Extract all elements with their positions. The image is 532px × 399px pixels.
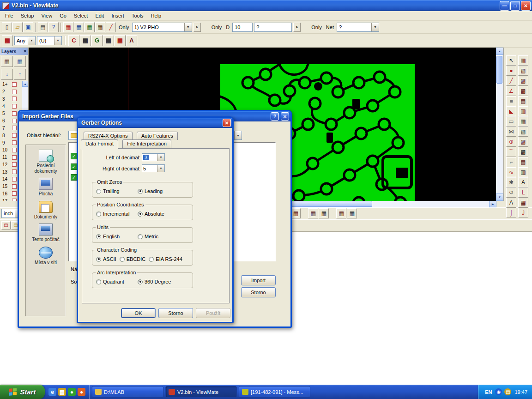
- radio-option-metric[interactable]: Metric: [138, 234, 158, 239]
- place-desktop[interactable]: Plocha: [26, 178, 66, 197]
- block-copy-button[interactable]: ▧: [518, 66, 528, 76]
- scroll-up-icon[interactable]: ▲: [496, 48, 503, 55]
- layer-color-swatch[interactable]: [12, 104, 17, 109]
- draw-line-button[interactable]: ╱: [506, 76, 516, 86]
- language-indicator[interactable]: EN: [485, 389, 492, 395]
- save-file-button[interactable]: ▣: [23, 22, 33, 32]
- align-tool-button[interactable]: ▤: [518, 157, 528, 167]
- aperture-unit-combo[interactable]: (U): [37, 36, 62, 45]
- crop-tool-button[interactable]: ▧: [518, 127, 528, 137]
- menu-item-edit[interactable]: Edit: [91, 12, 108, 20]
- draw-circle-button[interactable]: ⊕: [506, 137, 516, 147]
- draw-arc-button[interactable]: ⌒: [506, 147, 516, 157]
- scroll-thumb[interactable]: [496, 56, 502, 84]
- dcode-table-button[interactable]: ▦: [74, 22, 84, 32]
- radio-option-leading[interactable]: Leading: [138, 188, 163, 194]
- place-network-places[interactable]: Místa v síti: [26, 247, 66, 266]
- gerber-code-button[interactable]: G: [91, 35, 103, 46]
- layer-color-swatch[interactable]: [12, 97, 17, 101]
- label-a-button[interactable]: A: [518, 177, 528, 187]
- trim-tool-button[interactable]: ▨: [518, 137, 528, 147]
- radio-option-english[interactable]: English: [96, 234, 138, 239]
- dcode-query-input[interactable]: ?: [254, 23, 292, 32]
- layer-color-swatch[interactable]: [12, 148, 17, 152]
- layer-table-button[interactable]: ▦: [95, 22, 105, 32]
- burst-button[interactable]: ✱: [506, 177, 516, 187]
- ok-button[interactable]: OK: [121, 308, 156, 318]
- browser-icon[interactable]: ●: [78, 388, 85, 396]
- right-of-decimal-combo[interactable]: 5: [142, 164, 165, 172]
- layer-color-swatch[interactable]: [12, 119, 17, 123]
- layer-color-swatch[interactable]: [12, 177, 17, 181]
- messenger-icon[interactable]: ●: [68, 388, 76, 396]
- radio-option-ebcdic[interactable]: EBCDIC: [120, 256, 146, 262]
- chamfer-button[interactable]: ⌐: [506, 157, 516, 167]
- canvas-vertical-scrollbar[interactable]: ▲ ▼: [496, 48, 503, 201]
- tab-auto-features[interactable]: Auto Features: [137, 132, 178, 140]
- previous-layer-button[interactable]: <: [193, 23, 201, 32]
- scroll-down-icon[interactable]: ▼: [496, 193, 503, 201]
- rotate-button[interactable]: ↺: [506, 187, 516, 198]
- layer-color-swatch[interactable]: [12, 90, 17, 94]
- title-bar[interactable]: V2.bin - ViewMate — □ ✕: [0, 0, 532, 11]
- text-tool-button[interactable]: A: [506, 198, 516, 208]
- select-arrow-button[interactable]: ↖: [506, 55, 516, 66]
- layer-color-swatch[interactable]: [12, 191, 17, 196]
- chevron-down-icon[interactable]: [28, 36, 35, 45]
- tab-rs274-x-options[interactable]: RS274-X Options: [84, 132, 133, 140]
- layer-color-swatch[interactable]: [12, 184, 17, 189]
- layer-row[interactable]: 2: [0, 88, 22, 96]
- gauge-tool-button[interactable]: ▦: [518, 198, 528, 208]
- layer-color-swatch[interactable]: [12, 126, 17, 130]
- chevron-down-icon[interactable]: [54, 36, 61, 45]
- show-desktop-icon[interactable]: ▤: [58, 388, 66, 396]
- draw-polyline-button[interactable]: ∠: [506, 86, 516, 96]
- scroll-right-icon[interactable]: ▶: [489, 201, 496, 207]
- restore-button[interactable]: □: [510, 1, 520, 11]
- pad-grid-b-button[interactable]: ▦: [103, 35, 114, 46]
- aperture-shape-combo[interactable]: Any: [14, 36, 36, 45]
- layer-row[interactable]: 3: [0, 96, 22, 103]
- draw-polygon-button[interactable]: ◣: [506, 106, 516, 116]
- spread-tool-button[interactable]: ▥: [518, 167, 528, 177]
- menu-item-file[interactable]: File: [1, 12, 17, 20]
- dialog-title-bar[interactable]: Gerber Options ✕: [78, 118, 232, 128]
- tab-file-interpretation[interactable]: File Interpretation: [122, 139, 171, 148]
- close-button[interactable]: ✕: [521, 1, 531, 11]
- open-file-button[interactable]: ▱: [12, 22, 23, 32]
- menu-item-go[interactable]: Go: [56, 12, 70, 20]
- aperture-list-button[interactable]: ▦: [85, 22, 95, 32]
- menu-item-view[interactable]: View: [37, 12, 56, 20]
- network-status-icon[interactable]: ◉: [495, 388, 502, 395]
- label-l-button[interactable]: L: [518, 187, 528, 198]
- radio-option-ascii[interactable]: ASCII: [96, 256, 116, 262]
- place-my-computer[interactable]: Tento počítač: [26, 224, 66, 242]
- layer-filter-combo[interactable]: 1) V2.PHO: [132, 23, 192, 32]
- layer-color-swatch[interactable]: [12, 162, 17, 167]
- taskbar-task[interactable]: [191-482-091] - Mess...: [239, 386, 310, 398]
- layer-color-swatch[interactable]: [12, 133, 17, 138]
- place-documents[interactable]: Dokumenty: [26, 201, 66, 220]
- start-button[interactable]: Start: [0, 385, 45, 399]
- pad-grid-a-button[interactable]: ▦: [80, 35, 91, 46]
- layer-color-swatch[interactable]: [12, 140, 17, 145]
- chevron-down-icon[interactable]: [371, 23, 379, 31]
- pattern-fill-button[interactable]: ▨: [518, 76, 528, 86]
- radio-option-eia-rs-244[interactable]: EIA RS-244: [149, 256, 182, 262]
- minimize-button[interactable]: —: [500, 1, 509, 11]
- film-e-button[interactable]: ▦: [290, 208, 301, 218]
- layer-move-up-button[interactable]: ↑: [14, 69, 26, 80]
- layer-film-a-button[interactable]: ▦: [1, 56, 13, 67]
- close-button[interactable]: ✕: [281, 112, 289, 121]
- menu-item-tools[interactable]: Tools: [128, 12, 147, 20]
- print-button[interactable]: ▤: [38, 22, 48, 32]
- measure-button[interactable]: ╱: [106, 22, 116, 32]
- tab-data-format[interactable]: Data Format: [81, 139, 118, 149]
- draw-oblong-button[interactable]: ▭: [506, 116, 516, 127]
- internet-explorer-icon[interactable]: e: [48, 388, 56, 396]
- menu-item-help[interactable]: Help: [147, 12, 165, 20]
- previous-dcode-button[interactable]: <: [293, 23, 301, 32]
- layer-color-swatch[interactable]: [12, 169, 17, 174]
- layer-row[interactable]: 1+: [0, 81, 22, 88]
- import-button[interactable]: Import: [241, 275, 276, 285]
